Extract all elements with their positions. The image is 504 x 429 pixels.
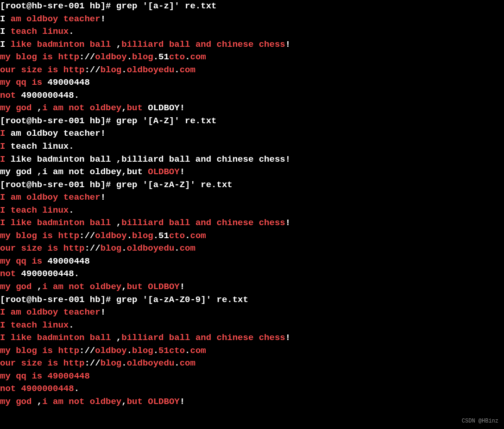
grep-match-text: I like badminton ball bbox=[0, 218, 116, 228]
terminal-line: I teach linux. bbox=[0, 25, 504, 38]
grep-match-text: not bbox=[0, 90, 16, 101]
terminal-text: ! bbox=[101, 307, 106, 317]
terminal-text: teach linux. bbox=[5, 141, 74, 151]
grep-match-text: cto bbox=[169, 231, 185, 241]
terminal-line: not 4900000448. bbox=[0, 89, 504, 102]
terminal-text: OLDBOY! bbox=[143, 103, 185, 113]
grep-match-text: my god bbox=[0, 103, 37, 113]
grep-match-text: billiard ball and chinese chess bbox=[121, 333, 285, 343]
grep-match-text: my blog is http bbox=[0, 231, 79, 241]
terminal-text: , bbox=[121, 397, 126, 407]
terminal-text: am oldboy teacher! bbox=[5, 128, 106, 139]
grep-match-text: i am not oldbey bbox=[42, 397, 121, 407]
terminal-text: ! bbox=[285, 39, 290, 50]
terminal-line: our size is http://blog.oldboyedu.com bbox=[0, 64, 504, 77]
grep-match-text: OLDBOY bbox=[148, 167, 179, 177]
terminal-text: , bbox=[37, 282, 42, 292]
terminal-text: . bbox=[69, 205, 74, 215]
grep-match-text: my qq is 49000448 bbox=[0, 371, 90, 381]
terminal-text: :// bbox=[79, 346, 95, 356]
terminal-text: . bbox=[153, 346, 158, 356]
terminal-text: . bbox=[69, 26, 74, 37]
terminal-text: . bbox=[174, 65, 179, 75]
terminal-line: I like badminton ball ,billiard ball and… bbox=[0, 38, 504, 51]
terminal-line: [root@hb-sre-001 hb]# grep '[a-zA-Z]' re… bbox=[0, 179, 504, 192]
grep-match-text: com bbox=[190, 346, 206, 356]
terminal-text: . bbox=[121, 358, 126, 368]
grep-match-text: oldboy bbox=[95, 52, 126, 62]
grep-match-text: my qq is bbox=[0, 77, 42, 88]
terminal-line: I like badminton ball ,billiard ball and… bbox=[0, 217, 504, 230]
terminal-line: I like badminton ball ,billiard ball and… bbox=[0, 332, 504, 345]
terminal-text: ! bbox=[180, 397, 185, 407]
terminal-text: , bbox=[121, 103, 126, 113]
terminal-text: :// bbox=[79, 231, 95, 241]
terminal-line: my god ,i am not oldbey,but OLDBOY! bbox=[0, 396, 504, 409]
terminal-text: , bbox=[116, 333, 121, 343]
watermark-text: CSDN @HBinz bbox=[462, 417, 498, 425]
terminal-text: my god ,i am not oldbey,but bbox=[0, 167, 148, 177]
grep-match-text: com bbox=[180, 358, 195, 368]
grep-match-text: blog bbox=[101, 358, 122, 368]
terminal-line: I teach linux. bbox=[0, 319, 504, 332]
terminal-text: I bbox=[0, 39, 11, 50]
terminal-line: not 4900000448. bbox=[0, 268, 504, 281]
terminal-output[interactable]: [root@hb-sre-001 hb]# grep '[a-z]' re.tx… bbox=[0, 0, 504, 409]
terminal-line: my blog is http://oldboy.blog.51cto.com bbox=[0, 230, 504, 243]
terminal-text: ! bbox=[101, 192, 106, 202]
terminal-text: 4900000448. bbox=[16, 90, 79, 101]
terminal-text: 4900000448. bbox=[16, 269, 79, 279]
terminal-line: I am oldboy teacher! bbox=[0, 306, 504, 319]
terminal-line: I teach linux. bbox=[0, 140, 504, 153]
terminal-text: :// bbox=[79, 52, 95, 62]
terminal-line: not 4900000448. bbox=[0, 383, 504, 396]
terminal-text: [root@hb-sre-001 hb]# grep '[A-Z]' re.tx… bbox=[0, 116, 216, 126]
terminal-text: ! bbox=[285, 218, 290, 228]
grep-match-text: com bbox=[180, 243, 195, 253]
terminal-text: ! bbox=[101, 14, 106, 24]
terminal-text: [root@hb-sre-001 hb]# grep '[a-zA-Z]' re… bbox=[0, 180, 233, 190]
grep-match-text: my qq is bbox=[0, 256, 42, 266]
grep-match-text: i am not oldbey bbox=[42, 282, 121, 292]
terminal-text: 49000448 bbox=[42, 77, 90, 88]
terminal-text: 49000448 bbox=[42, 256, 90, 266]
terminal-line: [root@hb-sre-001 hb]# grep '[a-zA-Z0-9]'… bbox=[0, 294, 504, 307]
grep-match-text: blog bbox=[101, 243, 122, 253]
grep-match-text: billiard ball and chinese chess bbox=[121, 218, 285, 228]
grep-match-text: billiard ball and chinese chess bbox=[121, 39, 285, 50]
grep-match-text: blog bbox=[101, 65, 122, 75]
terminal-line: our size is http://blog.oldboyedu.com bbox=[0, 357, 504, 370]
terminal-line: I am oldboy teacher! bbox=[0, 13, 504, 26]
terminal-line: my qq is 49000448 bbox=[0, 76, 504, 89]
terminal-line: my qq is 49000448 bbox=[0, 255, 504, 268]
grep-match-text: but bbox=[127, 103, 143, 113]
grep-match-text: I bbox=[0, 141, 5, 151]
terminal-line: my qq is 49000448 bbox=[0, 370, 504, 383]
grep-match-text: our size is http bbox=[0, 65, 84, 75]
grep-match-text: my blog is http bbox=[0, 52, 79, 62]
grep-match-text: cto bbox=[169, 52, 185, 62]
terminal-line: I am oldboy teacher! bbox=[0, 191, 504, 204]
terminal-text: .51 bbox=[153, 231, 169, 241]
terminal-line: our size is http://blog.oldboyedu.com bbox=[0, 242, 504, 255]
terminal-text: . bbox=[121, 65, 126, 75]
grep-match-text: blog bbox=[132, 346, 153, 356]
grep-match-text: oldboyedu bbox=[127, 358, 175, 368]
terminal-text: . bbox=[174, 243, 179, 253]
grep-match-text: I bbox=[0, 154, 5, 164]
terminal-text: like badminton ball ,billiard ball and c… bbox=[5, 154, 290, 164]
grep-match-text: but OLDBOY bbox=[127, 282, 180, 292]
grep-match-text: I like badminton ball bbox=[0, 333, 116, 343]
grep-match-text: our size is http bbox=[0, 358, 84, 368]
grep-match-text: I am oldboy teacher bbox=[0, 307, 101, 317]
terminal-line: [root@hb-sre-001 hb]# grep '[A-Z]' re.tx… bbox=[0, 115, 504, 128]
terminal-text: . bbox=[127, 346, 132, 356]
terminal-text: , bbox=[116, 39, 121, 50]
terminal-line: I am oldboy teacher! bbox=[0, 127, 504, 140]
grep-match-text: my god bbox=[0, 397, 37, 407]
terminal-line: my god ,i am not oldbey,but OLDBOY! bbox=[0, 166, 504, 179]
terminal-line: I teach linux. bbox=[0, 204, 504, 217]
terminal-text: , bbox=[37, 103, 42, 113]
grep-match-text: our size is http bbox=[0, 243, 84, 253]
grep-match-text: like badminton ball bbox=[11, 39, 116, 50]
